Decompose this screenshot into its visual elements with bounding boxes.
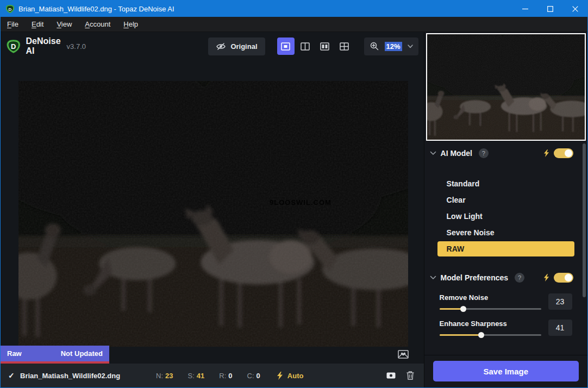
slider-fill [440,308,463,310]
workspace: DeNoise AI v3.7.0 Original [1,32,424,387]
enhance-sharpness-label: Enhance Sharpness [440,320,541,328]
model-option-standard[interactable]: Standard [437,176,574,192]
save-area: Save Image [424,355,587,387]
help-icon[interactable]: ? [515,273,524,283]
feedback-envelope-icon[interactable] [396,346,411,361]
auto-settings-control[interactable]: Auto [277,372,304,380]
status-underline [1,361,109,364]
save-image-button[interactable]: Save Image [433,361,579,381]
image-canvas[interactable]: 9LOOSWIL.COM Raw Not Updated [1,60,424,364]
model-option-clear[interactable]: Clear [437,192,574,208]
maximize-button[interactable] [537,1,562,17]
help-icon[interactable]: ? [479,148,489,158]
file-name[interactable]: Brian_Matiash_Wildlife02.dng [20,372,120,380]
trash-icon[interactable] [406,371,414,380]
chevron-down-icon[interactable] [408,45,413,48]
original-label: Original [230,42,257,51]
denoise-logo-icon [6,37,21,55]
side-by-side-view-button[interactable] [316,37,334,55]
menu-edit[interactable]: Edit [26,17,49,31]
lightning-bolt-icon [543,274,549,281]
view-mode-group [277,37,353,55]
preview-thumbnail-image [427,34,585,140]
model-option-severe-noise[interactable]: Severe Noise [437,224,574,241]
settings-panel: AI Model ? Standard Clear Low Light Seve… [424,141,587,355]
app-name: DeNoise AI [26,36,64,56]
zoom-in-icon [370,41,379,51]
single-view-button[interactable] [277,37,295,55]
minimize-icon [522,6,528,12]
slider-thumb[interactable] [478,332,484,338]
app-logo-icon [5,4,15,14]
menu-file[interactable]: File [2,17,24,31]
enhance-sharpness-row: Enhance Sharpness 41 [440,320,573,336]
toolbar: DeNoise AI v3.7.0 Original [1,32,424,60]
close-button[interactable] [562,1,587,17]
window-title: Brian_Matiash_Wildlife02.dng - Topaz DeN… [18,5,174,13]
image-badge-icon[interactable] [386,372,396,379]
menu-help[interactable]: Help [118,17,143,31]
comparison-view-icon [340,42,349,51]
remove-noise-label: Remove Noise [440,293,541,302]
toggle-knob [565,274,572,281]
model-preferences-header: Model Preferences ? [424,272,587,284]
file-check-icon: ✓ [8,371,20,380]
sidebar-scrollbar[interactable] [583,143,586,297]
model-option-low-light[interactable]: Low Light [437,208,574,224]
lightning-bolt-icon [277,372,283,380]
window-controls [512,1,587,17]
slider-thumb[interactable] [460,306,466,312]
filebar-icons [386,371,414,380]
app-window: Brian_Matiash_Wildlife02.dng - Topaz DeN… [0,0,588,388]
stat-recover: R:0 [219,372,232,380]
title-bar[interactable]: Brian_Matiash_Wildlife02.dng - Topaz DeN… [1,1,587,17]
enhance-sharpness-value[interactable]: 41 [548,320,572,336]
remove-noise-slider[interactable] [440,308,541,310]
preview-thumbnail[interactable] [426,33,586,141]
menu-bar: File Edit View Account Help [1,17,587,32]
close-icon [572,6,578,12]
ai-model-header: AI Model ? [424,147,587,159]
eye-off-icon [216,42,226,51]
view-status-tabs: Raw Not Updated [1,346,109,364]
section-chevron-icon[interactable] [430,151,436,155]
file-stats: N:23 S:41 R:0 C:0 [156,372,260,380]
ai-model-options: Standard Clear Low Light Severe Noise RA… [437,176,574,256]
right-sidebar: AI Model ? Standard Clear Low Light Seve… [424,32,587,387]
menu-account[interactable]: Account [79,17,116,31]
maximize-icon [547,6,553,12]
single-view-icon [281,42,290,51]
zoom-control[interactable]: 12% [364,37,418,55]
menu-view[interactable]: View [51,17,77,31]
image-watermark: 9LOOSWIL.COM [270,198,331,206]
model-preferences-toggle[interactable] [554,273,573,283]
tab-raw[interactable]: Raw [7,349,22,358]
minimize-button[interactable] [512,1,537,17]
status-not-updated: Not Updated [61,349,103,358]
section-chevron-icon[interactable] [430,276,436,280]
stat-sharpness: S:41 [188,372,205,380]
file-status-bar[interactable]: ✓ Brian_Matiash_Wildlife02.dng N:23 S:41… [1,364,424,387]
raw-status-bar[interactable]: Raw Not Updated [1,346,109,361]
toggle-knob [565,149,572,157]
zoom-value[interactable]: 12% [385,42,402,51]
ai-model-title: AI Model [441,149,472,158]
comparison-view-button[interactable] [336,37,353,55]
split-view-icon [301,42,310,51]
remove-noise-row: Remove Noise 23 [440,293,573,310]
original-toggle-button[interactable]: Original [208,37,265,55]
slider-fill [440,334,481,336]
auto-label: Auto [287,372,304,380]
lightning-bolt-icon [543,149,549,157]
split-view-button[interactable] [297,37,314,55]
image-dark-overlay [18,81,408,347]
enhance-sharpness-slider[interactable] [440,334,541,336]
main-image[interactable]: 9LOOSWIL.COM [18,81,408,347]
stat-color: C:0 [247,372,260,380]
model-option-raw[interactable]: RAW [437,241,574,256]
model-preferences-title: Model Preferences [441,273,509,282]
ai-model-toggle[interactable] [554,148,573,158]
remove-noise-value[interactable]: 23 [548,293,572,310]
side-by-side-view-icon [320,42,329,51]
app-version: v3.7.0 [67,42,86,51]
